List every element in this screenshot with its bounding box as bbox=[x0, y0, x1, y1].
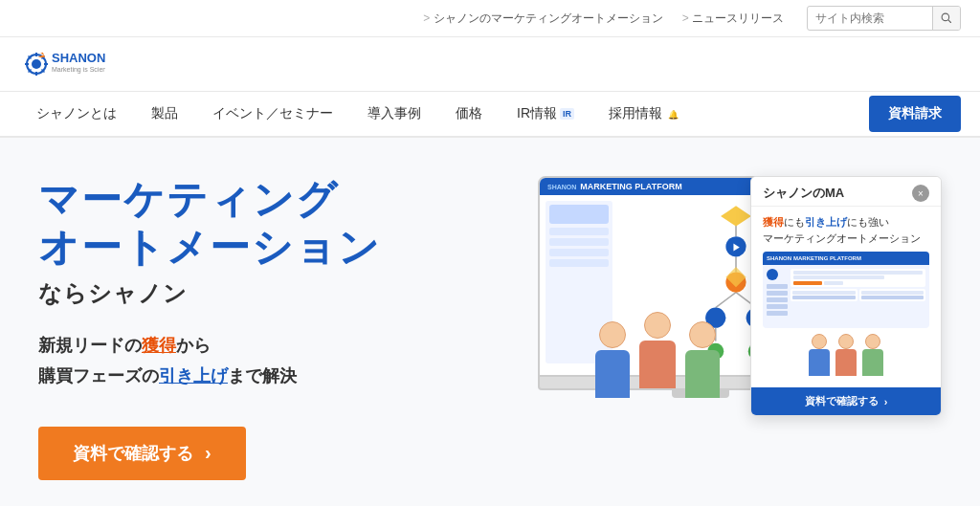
highlight-acquisition: 獲得 bbox=[142, 336, 176, 355]
nav-item-about[interactable]: シャノンとは bbox=[19, 92, 134, 136]
hero-subtitle-line1: 新規リードの獲得から bbox=[38, 330, 440, 361]
nav-item-products[interactable]: 製品 bbox=[134, 92, 195, 136]
hero-left: マーケティング オートメーション ならシャノン 新規リードの獲得から 購買フェー… bbox=[38, 166, 440, 480]
nav-item-cases[interactable]: 導入事例 bbox=[350, 92, 438, 136]
top-bar: シャノンのマーケティングオートメーション ニュースリリース bbox=[0, 0, 980, 37]
header: SHANON Marketing is Science bbox=[0, 37, 980, 92]
cta-arrow-icon: › bbox=[205, 442, 212, 464]
recruit-new-badge: 🔔 bbox=[668, 110, 679, 120]
nav-item-pricing[interactable]: 価格 bbox=[438, 92, 500, 136]
svg-line-16 bbox=[716, 293, 736, 308]
hero-subtitle: 新規リードの獲得から 購買フェーズの引き上げまで解決 bbox=[38, 330, 440, 392]
logo-area[interactable]: SHANON Marketing is Science bbox=[19, 45, 105, 83]
search-button[interactable] bbox=[932, 7, 960, 30]
topbar-link-ma[interactable]: シャノンのマーケティングオートメーション bbox=[423, 11, 662, 27]
navigation: シャノンとは 製品 イベント／セミナー 導入事例 価格 IR情報 IR 採用情報… bbox=[0, 92, 980, 138]
popup-person-1 bbox=[809, 334, 830, 376]
popup-close-button[interactable]: × bbox=[912, 185, 929, 202]
popup-cta-button[interactable]: 資料で確認する › bbox=[751, 387, 941, 415]
svg-marker-20 bbox=[721, 206, 751, 226]
svg-text:▶: ▶ bbox=[732, 243, 741, 253]
person-3 bbox=[685, 321, 720, 398]
popup-people bbox=[763, 334, 929, 376]
cta-button[interactable]: 資料請求 bbox=[869, 96, 961, 132]
svg-text:SHANON: SHANON bbox=[52, 51, 105, 65]
popup-headline: 獲得にも引き上げにも強いマーケティングオートメーション bbox=[763, 214, 929, 246]
ir-badge: IR bbox=[560, 108, 574, 120]
popup-hl-upsell: 引き上げ bbox=[805, 216, 847, 228]
popup-cta-arrow-icon: › bbox=[884, 396, 888, 407]
search-icon bbox=[941, 12, 952, 24]
nav-item-recruit[interactable]: 採用情報 🔔 bbox=[591, 92, 696, 136]
popup-body: 獲得にも引き上げにも強いマーケティングオートメーション SHANON MARKE… bbox=[751, 207, 941, 387]
person-2 bbox=[639, 312, 676, 388]
mini-avatar bbox=[767, 269, 778, 280]
popup-card: シャノンのMA × 獲得にも引き上げにも強いマーケティングオートメーション SH… bbox=[750, 176, 942, 416]
popup-screen-mini: SHANON MARKETING PLATFORM bbox=[763, 252, 929, 328]
popup-mini-header: SHANON MARKETING PLATFORM bbox=[763, 252, 929, 265]
popup-person-2 bbox=[835, 334, 857, 376]
popup-hl-acquisition: 獲得 bbox=[763, 216, 784, 228]
popup-mini-main bbox=[791, 269, 925, 316]
nav-item-events[interactable]: イベント／セミナー bbox=[195, 92, 350, 136]
hero-title-line1: マーケティング bbox=[38, 176, 440, 224]
popup-mini-content bbox=[763, 265, 929, 319]
search-box bbox=[807, 6, 961, 31]
hero-section: マーケティング オートメーション ならシャノン 新規リードの獲得から 購買フェー… bbox=[0, 138, 980, 506]
topbar-link-news[interactable]: ニュースリリース bbox=[682, 11, 784, 27]
top-bar-links: シャノンのマーケティングオートメーション ニュースリリース bbox=[423, 11, 784, 27]
hero-cta-button[interactable]: 資料で確認する › bbox=[38, 427, 246, 480]
popup-person-3 bbox=[862, 334, 883, 376]
people-illustration bbox=[595, 312, 720, 398]
popup-mini-card-1 bbox=[791, 269, 925, 287]
popup-title: シャノンのMA bbox=[763, 185, 844, 202]
highlight-upsell: 引き上げ bbox=[159, 366, 228, 385]
svg-text:Marketing is Science: Marketing is Science bbox=[52, 66, 105, 74]
nav-item-ir[interactable]: IR情報 IR bbox=[500, 92, 591, 136]
hero-subtitle-line2: 購買フェーズの引き上げまで解決 bbox=[38, 361, 440, 391]
hero-right: SHANON MARKETING PLATFORM bbox=[440, 166, 942, 506]
popup-mini-sidebar bbox=[767, 269, 788, 316]
person-1 bbox=[595, 321, 630, 398]
logo-icon: SHANON Marketing is Science bbox=[19, 45, 105, 83]
svg-point-3 bbox=[32, 59, 41, 69]
popup-header: シャノンのMA × bbox=[751, 177, 941, 207]
hero-title-line2: オートメーション bbox=[38, 224, 440, 272]
svg-line-1 bbox=[948, 20, 951, 23]
search-input[interactable] bbox=[808, 11, 932, 25]
hero-title-suffix: ならシャノン bbox=[38, 278, 440, 309]
